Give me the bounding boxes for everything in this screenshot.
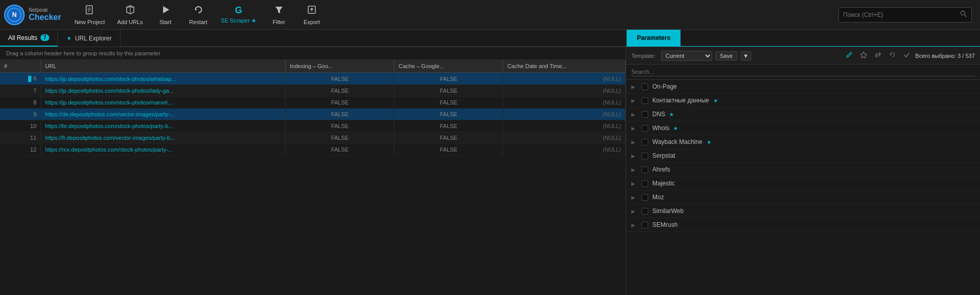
global-search-input[interactable] xyxy=(843,11,960,18)
results-table: # URL Indexing – Goo... Cache – Google..… xyxy=(0,60,626,156)
param-group-majestic[interactable]: ▶ Majestic xyxy=(626,177,980,191)
se-scraper-button[interactable]: G SE Scraper ★ xyxy=(216,2,262,28)
url-explorer-filter-icon: ▼ xyxy=(66,35,72,41)
param-checkbox-majestic[interactable] xyxy=(642,180,648,187)
save-button[interactable]: Save xyxy=(715,51,737,60)
param-group-kontaktnye[interactable]: ▶ Контактные данные ★ xyxy=(626,94,980,108)
svg-text:N: N xyxy=(12,11,17,18)
param-expand-icon: ▶ xyxy=(631,139,637,145)
param-group-on-page[interactable]: ▶ On-Page xyxy=(626,80,980,94)
param-checkbox-similarweb[interactable] xyxy=(642,208,648,215)
param-checkbox-on-page[interactable] xyxy=(642,83,648,90)
row-url-cell[interactable]: https://mx.depositphotos.com/stock-photo… xyxy=(41,144,286,156)
param-expand-icon: ▶ xyxy=(631,153,637,159)
row-cachedate-cell: (NULL) xyxy=(503,132,626,144)
row-indexing-cell: FALSE xyxy=(286,144,394,156)
param-checkbox-whois[interactable] xyxy=(642,125,648,132)
param-name-moz: Moz xyxy=(652,194,664,201)
template-select[interactable]: Current xyxy=(661,51,712,61)
svg-marker-8 xyxy=(163,6,169,13)
param-checkbox-serpstat[interactable] xyxy=(642,153,648,159)
export-button[interactable]: Export xyxy=(296,2,327,28)
filter-button[interactable]: Filter xyxy=(264,2,294,28)
params-search-input[interactable] xyxy=(631,68,975,76)
row-cache-cell: FALSE xyxy=(394,97,503,109)
row-num-cell: 6 xyxy=(0,73,41,85)
row-num-cell: 10 xyxy=(0,120,41,132)
param-expand-icon: ▶ xyxy=(631,167,637,173)
params-list: ▶ On-Page ▶ Контактные данные ★ ▶ DNS ★ … xyxy=(626,80,980,295)
data-table[interactable]: # URL Indexing – Goo... Cache – Google..… xyxy=(0,60,626,295)
col-header-url[interactable]: URL xyxy=(41,60,286,73)
swap-icon-btn[interactable] xyxy=(872,50,884,61)
param-group-similarweb[interactable]: ▶ SimilarWeb xyxy=(626,204,980,218)
tab-all-results[interactable]: All Results 7 xyxy=(0,30,58,47)
global-search-button[interactable] xyxy=(960,10,967,19)
check-icon-btn[interactable] xyxy=(901,50,912,61)
param-group-whois[interactable]: ▶ Whois ★ xyxy=(626,121,980,135)
row-url-cell[interactable]: https://de.depositphotos.com/vector-imag… xyxy=(41,109,286,120)
row-cache-cell: FALSE xyxy=(394,120,503,132)
netpeak-label: Netpeak xyxy=(29,7,61,13)
table-row[interactable]: 11https://fr.depositphotos.com/vector-im… xyxy=(0,132,626,144)
add-urls-label: Add URLs xyxy=(117,19,143,25)
param-expand-icon: ▶ xyxy=(631,181,637,186)
template-label: Template: xyxy=(631,53,656,59)
param-group-ahrefs[interactable]: ▶ Ahrefs xyxy=(626,163,980,177)
param-checkbox-dns[interactable] xyxy=(642,111,648,118)
param-checkbox-semrush[interactable] xyxy=(642,222,648,228)
table-row[interactable]: 12https://mx.depositphotos.com/stock-pho… xyxy=(0,144,626,156)
svg-point-12 xyxy=(961,11,965,15)
param-group-semrush[interactable]: ▶ SEMrush xyxy=(626,218,980,232)
add-urls-button[interactable]: Add URLs xyxy=(112,2,148,28)
col-header-cache[interactable]: Cache – Google... xyxy=(394,60,503,73)
main-layout: Drag a column header here to group resul… xyxy=(0,47,980,295)
new-project-label: New Project xyxy=(74,19,105,25)
table-row[interactable]: 6https://jp.depositphotos.com/stock-phot… xyxy=(0,73,626,85)
start-button[interactable]: Start xyxy=(150,2,181,28)
row-url-cell[interactable]: https://br.depositphotos.com/stock-photo… xyxy=(41,120,286,132)
param-expand-icon: ▶ xyxy=(631,84,637,90)
param-group-wayback[interactable]: ▶ Wayback Machine ★ xyxy=(626,135,980,149)
row-indexing-cell: FALSE xyxy=(286,73,394,85)
params-search-area xyxy=(626,65,980,80)
col-header-cachedate[interactable]: Cache Date and Time... xyxy=(503,60,626,73)
restart-button[interactable]: Restart xyxy=(183,2,214,28)
param-checkbox-moz[interactable] xyxy=(642,194,648,201)
row-url-cell[interactable]: https://jp.depositphotos.com/stock-photo… xyxy=(41,97,286,109)
logo-area: N Netpeak Checker xyxy=(4,5,61,25)
row-url-cell[interactable]: https://jp.depositphotos.com/stock-photo… xyxy=(41,73,286,85)
tab-url-explorer-label: URL Explorer xyxy=(75,35,112,42)
tab-url-explorer[interactable]: ▼ URL Explorer xyxy=(58,30,120,47)
row-url-cell[interactable]: https://fr.depositphotos.com/vector-imag… xyxy=(41,132,286,144)
param-expand-icon: ▶ xyxy=(631,195,637,200)
add-urls-icon xyxy=(125,5,135,17)
export-label: Export xyxy=(304,19,320,25)
row-indexing-cell: FALSE xyxy=(286,97,394,109)
param-group-moz[interactable]: ▶ Moz xyxy=(626,191,980,204)
param-group-serpstat[interactable]: ▶ Serpstat xyxy=(626,149,980,163)
param-group-dns[interactable]: ▶ DNS ★ xyxy=(626,108,980,121)
table-row[interactable]: 9https://de.depositphotos.com/vector-ima… xyxy=(0,109,626,120)
undo-icon-btn[interactable] xyxy=(887,50,898,61)
row-num-cell: 8 xyxy=(0,97,41,109)
table-row[interactable]: 10https://br.depositphotos.com/stock-pho… xyxy=(0,120,626,132)
param-checkbox-kontaktnye[interactable] xyxy=(642,97,648,104)
row-url-cell[interactable]: https://jp.depositphotos.com/stock-photo… xyxy=(41,85,286,97)
restart-icon xyxy=(193,5,204,17)
table-row[interactable]: 8https://jp.depositphotos.com/stock-phot… xyxy=(0,97,626,109)
param-name-majestic: Majestic xyxy=(652,180,675,187)
table-row[interactable]: 7https://jp.depositphotos.com/stock-phot… xyxy=(0,85,626,97)
main-toolbar: N Netpeak Checker New Project xyxy=(0,0,980,30)
row-cachedate-cell: (NULL) xyxy=(503,144,626,156)
pin-icon-btn[interactable] xyxy=(858,50,869,61)
param-checkbox-ahrefs[interactable] xyxy=(642,166,648,173)
pencil-icon-btn[interactable] xyxy=(844,50,855,61)
col-header-indexing[interactable]: Indexing – Goo... xyxy=(286,60,394,73)
new-project-button[interactable]: New Project xyxy=(69,2,110,28)
row-indexing-cell: FALSE xyxy=(286,120,394,132)
param-expand-icon: ▶ xyxy=(631,98,637,103)
param-checkbox-wayback[interactable] xyxy=(642,139,648,145)
parameters-tab[interactable]: Parameters xyxy=(627,30,681,46)
save-dropdown-button[interactable]: ▼ xyxy=(741,51,751,60)
